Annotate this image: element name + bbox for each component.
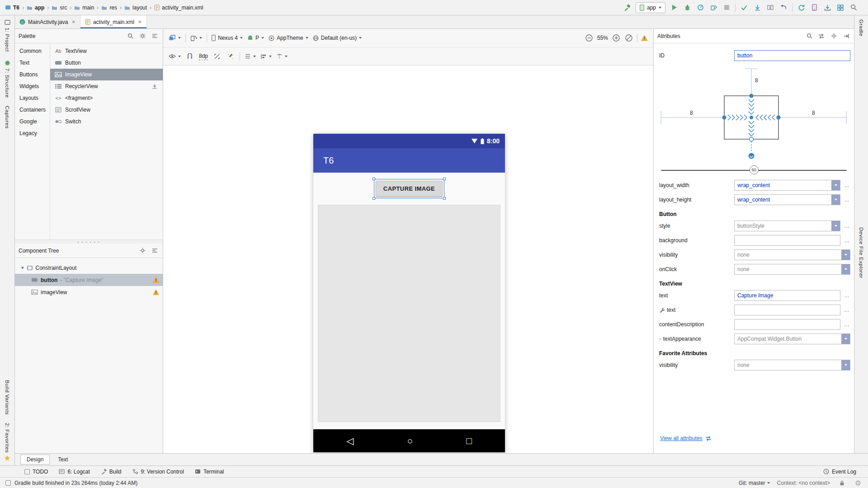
- guidelines-select[interactable]: [276, 53, 288, 59]
- gear-icon[interactable]: [829, 32, 838, 41]
- palette-category-google[interactable]: Google: [15, 116, 50, 127]
- palette-item-scrollview[interactable]: ScrollView: [50, 104, 163, 116]
- tree-node-button[interactable]: button - "Capture Image": [15, 274, 163, 286]
- selection-handle[interactable]: [373, 197, 375, 200]
- tree-node-constraintlayout[interactable]: ▾ ConstraintLayout: [15, 262, 163, 274]
- toolwindow-version-control[interactable]: 9: Version Control: [127, 469, 189, 475]
- chevron-down-icon[interactable]: [841, 334, 850, 344]
- content-description-field[interactable]: [734, 319, 840, 330]
- toolwindow-switcher-icon[interactable]: [5, 480, 11, 486]
- commit-button[interactable]: [740, 3, 749, 12]
- palette-category-buttons[interactable]: Buttons: [15, 69, 50, 80]
- palette-category-common[interactable]: Common: [15, 45, 50, 57]
- hide-panel-icon[interactable]: [150, 32, 159, 41]
- design-surface-select[interactable]: [169, 35, 181, 41]
- text-appearance-select[interactable]: AppCompat.Widget.Button: [734, 333, 850, 344]
- chevron-down-icon[interactable]: [841, 264, 850, 274]
- text-field[interactable]: Capture Image: [734, 290, 840, 301]
- swap-view-icon[interactable]: [817, 32, 826, 41]
- palette-item-textview[interactable]: Ab TextView: [50, 45, 163, 57]
- tab-text[interactable]: Text: [52, 455, 74, 465]
- style-select[interactable]: buttonStyle: [734, 221, 840, 231]
- default-margins-select[interactable]: 8dp: [199, 53, 208, 60]
- warning-icon[interactable]: [153, 277, 159, 283]
- close-icon[interactable]: ✕: [137, 19, 142, 24]
- tab-activity-main-xml[interactable]: activity_main.xml ✕: [80, 15, 147, 28]
- autoconnect-toggle[interactable]: [185, 52, 194, 61]
- orientation-select[interactable]: [190, 35, 202, 41]
- view-options-select[interactable]: [169, 54, 181, 59]
- attach-debugger-button[interactable]: [709, 3, 718, 12]
- breadcrumb-app[interactable]: app: [25, 5, 46, 11]
- more-options-button[interactable]: …: [843, 182, 850, 188]
- view-all-attributes-link[interactable]: View all attributes: [660, 435, 712, 441]
- dock-panel-icon[interactable]: [841, 32, 850, 41]
- revert-button[interactable]: [779, 3, 788, 12]
- close-icon[interactable]: ✕: [71, 19, 75, 24]
- constraint-anchor-bottom[interactable]: [750, 137, 754, 141]
- profiler-button[interactable]: [696, 3, 705, 12]
- design-canvas[interactable]: 8:00 T6 CAPTURE IMAGE: [163, 66, 653, 453]
- toolwindow-gradle[interactable]: Gradle: [859, 15, 864, 41]
- constraint-widget[interactable]: 8 8 8: [656, 64, 851, 164]
- search-icon[interactable]: [805, 32, 814, 41]
- more-options-button[interactable]: …: [843, 307, 850, 313]
- chevron-down-icon[interactable]: [831, 221, 840, 231]
- selection-handle[interactable]: [443, 178, 446, 180]
- bias-knob[interactable]: 50: [750, 165, 759, 174]
- canvas-imageview[interactable]: [318, 205, 500, 422]
- palette-category-layouts[interactable]: Layouts: [15, 92, 50, 104]
- fav-visibility-select[interactable]: none: [734, 360, 850, 371]
- toolwindow-project[interactable]: 1: Project: [5, 15, 10, 56]
- sync-project-button[interactable]: [797, 3, 806, 12]
- toolwindow-structure[interactable]: 7: Structure: [5, 56, 10, 102]
- run-button[interactable]: [670, 3, 679, 12]
- palette-item-button[interactable]: Button: [50, 57, 163, 69]
- toolwindow-favorites[interactable]: 2: Favorites: [4, 419, 10, 465]
- pack-select[interactable]: [245, 54, 256, 59]
- more-options-button[interactable]: …: [843, 321, 850, 328]
- chevron-down-icon[interactable]: [831, 180, 840, 190]
- toolwindow-terminal[interactable]: Terminal: [189, 469, 229, 475]
- debug-button[interactable]: [683, 3, 692, 12]
- toolwindow-logcat[interactable]: 6: Logcat: [53, 469, 95, 475]
- infer-constraints-button[interactable]: [226, 52, 235, 61]
- toolwindow-build-variants[interactable]: Build Variants: [5, 376, 10, 419]
- onclick-select[interactable]: none: [734, 264, 850, 275]
- tab-design[interactable]: Design: [20, 455, 50, 465]
- breadcrumb-layout[interactable]: layout: [123, 5, 148, 11]
- align-select[interactable]: [260, 54, 272, 59]
- make-project-icon[interactable]: [623, 3, 632, 12]
- toolwindow-captures[interactable]: Captures: [5, 102, 10, 133]
- hide-panel-icon[interactable]: [150, 246, 159, 255]
- warnings-errors-icon[interactable]: [641, 35, 648, 41]
- constraint-anchor-left[interactable]: [722, 116, 726, 120]
- palette-item-fragment[interactable]: <> <fragment>: [50, 92, 163, 104]
- avd-manager-button[interactable]: [810, 3, 819, 12]
- warning-icon[interactable]: [153, 289, 159, 295]
- palette-item-imageview[interactable]: ImageView: [50, 69, 163, 80]
- more-options-button[interactable]: …: [843, 223, 850, 229]
- lock-icon[interactable]: [837, 479, 846, 488]
- constraint-anchor-right[interactable]: [777, 116, 781, 120]
- search-icon[interactable]: [126, 32, 135, 41]
- run-configuration-select[interactable]: app: [636, 2, 665, 13]
- toolwindow-event-log[interactable]: Event Log: [818, 469, 862, 475]
- sdk-manager-button[interactable]: [823, 3, 832, 12]
- background-field[interactable]: [734, 235, 840, 246]
- update-project-button[interactable]: [753, 3, 762, 12]
- panel-splitter[interactable]: • • • • • •: [15, 239, 163, 244]
- context-widget[interactable]: Context: <no context>: [777, 480, 830, 486]
- search-everywhere-icon[interactable]: [849, 3, 858, 12]
- gear-icon[interactable]: [138, 32, 147, 41]
- toolwindow-build[interactable]: Build: [95, 469, 127, 475]
- breadcrumb-src[interactable]: src: [50, 5, 68, 11]
- palette-item-switch[interactable]: Switch: [50, 116, 163, 127]
- palette-category-text[interactable]: Text: [15, 57, 50, 69]
- palette-item-recyclerview[interactable]: RecyclerView: [50, 80, 163, 92]
- clear-constraints-button[interactable]: [212, 52, 222, 61]
- constraint-anchor-top[interactable]: [750, 94, 754, 98]
- zoom-fit-button[interactable]: [624, 33, 633, 42]
- breadcrumb-file[interactable]: activity_main.xml: [153, 5, 204, 11]
- project-structure-button[interactable]: [836, 3, 845, 12]
